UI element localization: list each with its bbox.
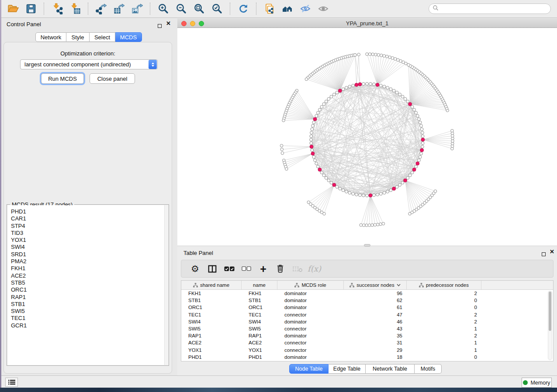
column-header-predecessor-nodes[interactable]: predecessor nodes bbox=[407, 281, 481, 289]
control-panel-close-icon[interactable]: ✕ bbox=[166, 21, 171, 26]
tab-network[interactable]: Network bbox=[35, 32, 66, 42]
table-row[interactable]: SWI5SWI5connector431 bbox=[181, 325, 553, 332]
show-all-networks-button[interactable] bbox=[278, 1, 296, 16]
column-header-name[interactable]: name bbox=[242, 281, 277, 289]
table-cell[interactable]: 46 bbox=[344, 319, 407, 324]
table-cell[interactable]: connector bbox=[277, 312, 344, 317]
table-cell[interactable]: dominator bbox=[277, 305, 344, 310]
table-cell[interactable]: RAP1 bbox=[242, 333, 277, 338]
column-header-MCDS-role[interactable]: MCDS role bbox=[277, 281, 344, 289]
table-row[interactable]: RAP1RAP1dominator352 bbox=[181, 332, 553, 339]
mcds-result-item[interactable]: PHD1 bbox=[11, 208, 168, 215]
column-header-successor-nodes[interactable]: successor nodes bbox=[344, 281, 407, 289]
table-cell[interactable]: PHD1 bbox=[242, 354, 277, 360]
table-cell[interactable]: 47 bbox=[344, 312, 407, 317]
tab-node-table[interactable]: Node Table bbox=[289, 364, 329, 374]
table-cell[interactable]: connector bbox=[277, 347, 344, 353]
table-cell[interactable]: SWI4 bbox=[242, 319, 277, 324]
mcds-result-item[interactable]: SRD1 bbox=[11, 251, 168, 258]
toggle-columns-button[interactable] bbox=[204, 261, 221, 276]
export-image-button[interactable] bbox=[128, 1, 146, 16]
table-cell[interactable]: TEC1 bbox=[181, 312, 242, 317]
table-panel-close-icon[interactable]: ✕ bbox=[550, 250, 554, 254]
table-cell[interactable]: ORC1 bbox=[242, 305, 277, 310]
save-session-button[interactable] bbox=[22, 1, 40, 16]
tab-network-table[interactable]: Network Table bbox=[366, 364, 415, 374]
table-cell[interactable]: 0 bbox=[407, 298, 481, 303]
table-cell[interactable]: 2 bbox=[407, 312, 481, 317]
export-network-button[interactable] bbox=[92, 1, 110, 16]
add-row-button[interactable]: + bbox=[255, 261, 272, 276]
open-file-button[interactable] bbox=[4, 1, 22, 16]
table-cell[interactable]: 2 bbox=[407, 319, 481, 324]
table-cell[interactable]: 61 bbox=[344, 305, 407, 310]
table-cell[interactable]: 29 bbox=[344, 347, 407, 353]
table-cell[interactable]: connector bbox=[277, 326, 344, 331]
table-cell[interactable]: 2 bbox=[407, 291, 481, 296]
table-row[interactable]: TEC1TEC1connector472 bbox=[181, 311, 553, 318]
table-panel-float-icon[interactable] bbox=[542, 250, 546, 258]
table-row[interactable]: YOX1YOX1connector291 bbox=[181, 347, 553, 354]
table-row[interactable]: STB1STB1dominator620 bbox=[181, 297, 553, 304]
zoom-out-button[interactable] bbox=[172, 1, 190, 16]
hide-selected-button[interactable] bbox=[296, 1, 314, 16]
table-cell[interactable]: 18 bbox=[344, 354, 407, 360]
mcds-result-item[interactable]: ACE2 bbox=[11, 272, 168, 279]
mcds-result-item[interactable]: STP4 bbox=[11, 223, 168, 230]
mcds-result-item[interactable]: STB1 bbox=[11, 301, 168, 308]
delete-row-button[interactable] bbox=[272, 261, 289, 276]
deselect-all-rows-button[interactable] bbox=[238, 261, 255, 276]
show-hidden-button[interactable] bbox=[314, 1, 332, 16]
search-input[interactable] bbox=[439, 4, 550, 13]
import-network-button[interactable] bbox=[48, 1, 66, 16]
mcds-result-item[interactable]: PMA2 bbox=[11, 258, 168, 265]
table-cell[interactable]: 0 bbox=[407, 354, 481, 360]
table-row[interactable]: ACE2ACE2connector311 bbox=[181, 339, 553, 346]
import-table-button[interactable] bbox=[66, 1, 84, 16]
mcds-result-item[interactable]: SWI5 bbox=[11, 308, 168, 315]
table-cell[interactable]: 43 bbox=[344, 326, 407, 331]
tab-mcds[interactable]: MCDS bbox=[115, 32, 142, 42]
export-table-button[interactable] bbox=[110, 1, 128, 16]
table-cell[interactable]: FKH1 bbox=[242, 291, 277, 296]
table-cell[interactable]: 2 bbox=[407, 333, 481, 338]
table-cell[interactable]: dominator bbox=[277, 298, 344, 303]
memory-button[interactable]: Memory bbox=[522, 378, 552, 388]
table-cell[interactable]: 96 bbox=[344, 291, 407, 296]
table-scrollbar-thumb[interactable] bbox=[549, 292, 551, 331]
table-cell[interactable]: ACE2 bbox=[181, 340, 242, 345]
mcds-result-list[interactable]: PHD1CAR1STP4TID3YOX1SWI4SRD1PMA2FKH1ACE2… bbox=[7, 205, 168, 365]
zoom-in-button[interactable] bbox=[154, 1, 172, 16]
mcds-result-item[interactable]: TEC1 bbox=[11, 315, 168, 322]
network-canvas[interactable] bbox=[177, 28, 557, 245]
refresh-layout-button[interactable] bbox=[234, 1, 252, 16]
tab-style[interactable]: Style bbox=[66, 32, 90, 42]
table-cell[interactable]: dominator bbox=[277, 319, 344, 324]
zoom-selected-button[interactable] bbox=[208, 1, 226, 16]
table-cell[interactable]: dominator bbox=[277, 291, 344, 296]
column-header-shared-name[interactable]: shared name bbox=[181, 281, 242, 289]
criterion-dropdown[interactable]: largest connected component (undirected) bbox=[20, 59, 158, 69]
table-cell[interactable]: 1 bbox=[407, 347, 481, 353]
mcds-list-scrollbar[interactable] bbox=[164, 205, 168, 365]
table-cell[interactable]: 1 bbox=[407, 340, 481, 345]
splitter-handle[interactable] bbox=[364, 244, 370, 247]
table-cell[interactable]: SWI5 bbox=[242, 326, 277, 331]
table-cell[interactable]: FKH1 bbox=[181, 291, 242, 296]
table-row[interactable]: FKH1FKH1dominator962 bbox=[181, 290, 553, 297]
select-all-rows-button[interactable] bbox=[221, 261, 238, 276]
search-field[interactable] bbox=[429, 3, 551, 14]
mcds-result-item[interactable]: SWI4 bbox=[11, 244, 168, 251]
control-panel-float-icon[interactable] bbox=[158, 22, 162, 30]
table-cell[interactable]: 62 bbox=[344, 298, 407, 303]
mcds-result-item[interactable]: FKH1 bbox=[11, 265, 168, 272]
mcds-result-item[interactable]: CAR1 bbox=[11, 215, 168, 222]
table-cell[interactable]: 0 bbox=[407, 305, 481, 310]
table-cell[interactable]: SWI5 bbox=[181, 326, 242, 331]
table-cell[interactable]: ACE2 bbox=[242, 340, 277, 345]
table-cell[interactable]: 35 bbox=[344, 333, 407, 338]
table-cell[interactable]: RAP1 bbox=[181, 333, 242, 338]
table-cell[interactable]: STB1 bbox=[181, 298, 242, 303]
tab-motifs[interactable]: Motifs bbox=[415, 364, 442, 374]
node-table[interactable]: shared namenameMCDS rolesuccessor nodesp… bbox=[181, 280, 554, 361]
